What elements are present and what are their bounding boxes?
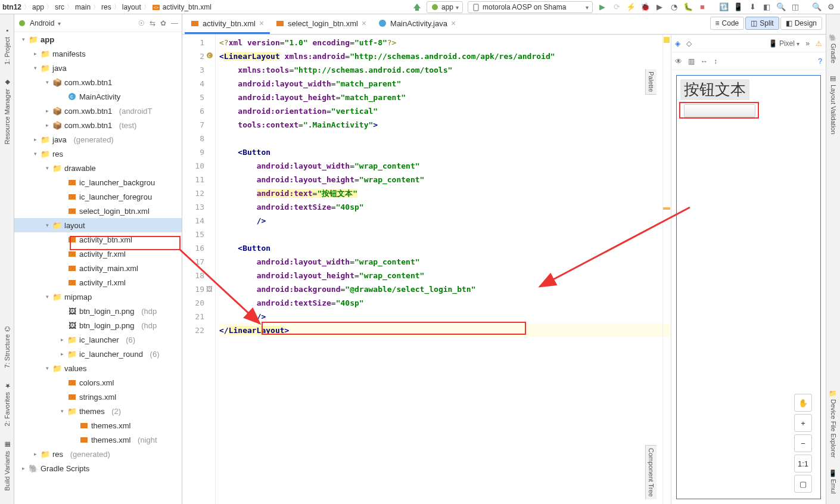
tree-ic-launcher-round[interactable]: ▸📁ic_launcher_round (6) xyxy=(14,347,182,361)
emulator-tool-tab[interactable]: 📱 Emul xyxy=(828,468,838,495)
tree-layout[interactable]: ▾📁layout xyxy=(14,218,182,232)
layout-validation-tool-tab[interactable]: ▤ Layout Validation xyxy=(828,73,838,136)
tree-res-gen[interactable]: ▸📁res (generated) xyxy=(14,447,182,461)
breadcrumb-item[interactable]: main xyxy=(75,3,91,11)
project-tree[interactable]: ▾📁app ▸📁manifests ▾📁java ▾📦com.xwb.btn1 … xyxy=(14,32,182,504)
app-inspection-button[interactable]: ◫ xyxy=(789,1,802,13)
sync-gradle-button[interactable]: 🔃 xyxy=(717,1,730,13)
component-tree-tool-tab[interactable]: Component Tree xyxy=(645,445,657,499)
code-content[interactable]: <?xml version="1.0" encoding="utf-8"?> <… xyxy=(216,35,671,504)
tree-mipmap[interactable]: ▾📁mipmap xyxy=(14,290,182,304)
preview-button-2[interactable] xyxy=(684,104,755,117)
resource-manager-tool-tab[interactable]: Resource Manager ◆ xyxy=(2,77,12,146)
project-settings-icon[interactable]: ✿ xyxy=(160,19,166,27)
device-preview-selector[interactable]: 📱 Pixel xyxy=(769,39,800,48)
project-hide-icon[interactable]: — xyxy=(171,19,178,27)
project-collapse-icon[interactable]: ⇆ xyxy=(150,19,155,27)
project-scope-icon[interactable]: ☉ xyxy=(138,19,145,27)
structure-tool-tab[interactable]: 7: Structure ⌬ xyxy=(2,325,12,369)
tab-close-icon[interactable]: × xyxy=(451,18,456,28)
tree-package-androidtest[interactable]: ▸📦com.xwb.btn1 (test) xyxy=(14,118,182,132)
layout-inspector-button[interactable]: 🔍 xyxy=(774,1,788,13)
breadcrumb-item[interactable]: src xyxy=(55,3,64,11)
device-file-explorer-tool-tab[interactable]: 📁 Device File Explorer xyxy=(828,388,838,459)
design-mode-button[interactable]: ◧ Design xyxy=(780,17,822,30)
orientation-icon[interactable]: ◇ xyxy=(686,39,692,48)
tree-manifests[interactable]: ▸📁manifests xyxy=(14,46,182,61)
preview-warning-icon[interactable]: ⚠ xyxy=(816,39,822,48)
tree-java-gen[interactable]: ▸📁java (generated) xyxy=(14,132,182,147)
project-tool-tab[interactable]: 1: Project ▪ xyxy=(2,26,12,66)
gradle-tool-tab[interactable]: 🐘 Gradle xyxy=(828,32,838,64)
profile-button[interactable]: ◔ xyxy=(667,1,680,13)
make-project-button[interactable] xyxy=(410,1,424,13)
project-view-mode[interactable]: Android xyxy=(30,19,54,27)
tree-package-test[interactable]: ▸📦com.xwb.btn1 (androidT xyxy=(14,104,182,118)
view-options-icon[interactable]: 👁 xyxy=(675,57,682,66)
pan-button[interactable]: ✋ xyxy=(794,394,812,412)
zoom-out-button[interactable]: − xyxy=(794,434,812,452)
split-mode-button[interactable]: ◫ Split xyxy=(745,17,779,30)
tree-package[interactable]: ▾📦com.xwb.btn1 xyxy=(14,75,182,89)
pan-v-icon[interactable]: ↕ xyxy=(714,57,717,66)
tab-mainactivity[interactable]: MainActivity.java× xyxy=(372,14,462,34)
code-mode-button[interactable]: ≡ Code xyxy=(710,17,745,30)
tree-file-activity-rl[interactable]: activity_rl.xml xyxy=(14,275,182,290)
breadcrumb-file[interactable]: activity_btn.xml xyxy=(163,3,211,11)
tree-mainactivity[interactable]: cMainActivity xyxy=(14,89,182,104)
attach-debugger-button[interactable]: 🐛 xyxy=(682,1,695,13)
tree-file-activity-btn[interactable]: activity_btn.xml xyxy=(14,232,182,247)
settings-button[interactable]: ⚙ xyxy=(825,1,838,13)
tree-drawable[interactable]: ▾📁drawable xyxy=(14,161,182,175)
zoom-fit-screen-button[interactable]: ▢ xyxy=(794,475,812,493)
warning-marker-icon[interactable] xyxy=(664,37,670,43)
tree-res[interactable]: ▾📁res xyxy=(14,147,182,161)
build-variants-tool-tab[interactable]: Build Variants ▦ xyxy=(2,440,12,492)
debug-button[interactable]: 🐞 xyxy=(639,1,652,13)
breadcrumb-item[interactable]: layout xyxy=(122,3,141,11)
breadcrumb-item[interactable]: res xyxy=(101,3,111,11)
breadcrumb-item[interactable]: app xyxy=(32,3,44,11)
preview-help-icon[interactable]: ? xyxy=(818,57,822,66)
apply-code-button[interactable]: ⚡ xyxy=(624,1,637,13)
tree-file-activity-main[interactable]: activity_main.xml xyxy=(14,261,182,275)
more-preview-icon[interactable]: » xyxy=(805,39,810,48)
tree-values[interactable]: ▾📁values xyxy=(14,361,182,375)
zoom-fit-button[interactable]: 1:1 xyxy=(794,455,812,472)
run-button[interactable]: ▶ xyxy=(596,1,609,13)
coverage-button[interactable]: ▶ xyxy=(653,1,666,13)
tree-java[interactable]: ▾📁java xyxy=(14,61,182,75)
tree-file-activity-fr[interactable]: activity_fr.xml xyxy=(14,247,182,261)
run-config-selector[interactable]: app xyxy=(427,1,463,13)
tree-themes-dir[interactable]: ▾📁themes (2) xyxy=(14,404,182,418)
avd-manager-button[interactable]: 📱 xyxy=(732,1,745,13)
tab-activity-btn[interactable]: activity_btn.xml× xyxy=(185,14,270,34)
device-selector[interactable]: motorola AOSP on Shama xyxy=(468,1,593,13)
tree-gradle-scripts[interactable]: ▸🐘Gradle Scripts xyxy=(14,461,182,475)
code-editor[interactable]: 12345678910111213141516171819202122c🖼 <?… xyxy=(182,35,671,504)
tree-file-ic-bg[interactable]: ic_launcher_backgrou xyxy=(14,175,182,189)
tree-app-module[interactable]: ▾📁app xyxy=(14,32,182,46)
apply-changes-button[interactable]: ⟳ xyxy=(610,1,623,13)
tree-file-btn-login-n[interactable]: 🖼btn_login_n.png (hdp xyxy=(14,304,182,318)
preview-button-1[interactable]: 按钮文本 xyxy=(680,79,749,100)
tree-file-select-login-btn[interactable]: select_login_btn.xml xyxy=(14,204,182,218)
tree-colors[interactable]: colors.xml xyxy=(14,375,182,390)
search-button[interactable]: 🔍 xyxy=(810,1,823,13)
tab-select-login-btn[interactable]: select_login_btn.xml× xyxy=(270,14,372,34)
zoom-in-button[interactable]: + xyxy=(794,414,812,432)
editor-marker-bar[interactable] xyxy=(662,35,671,504)
tree-strings[interactable]: strings.xml xyxy=(14,390,182,404)
blueprint-icon[interactable]: ▥ xyxy=(688,57,695,66)
resource-manager-button[interactable]: ◧ xyxy=(760,1,773,13)
palette-tool-tab[interactable]: Palette xyxy=(645,69,657,95)
tab-close-icon[interactable]: × xyxy=(259,18,264,28)
surface-icon[interactable]: ◈ xyxy=(675,39,680,48)
tree-file-btn-login-p[interactable]: 🖼btn_login_p.png (hdp xyxy=(14,318,182,332)
tree-themes-1[interactable]: themes.xml xyxy=(14,418,182,433)
device-frame[interactable]: 按钮文本 ✋ + − 1:1 ▢ xyxy=(676,75,821,499)
tab-close-icon[interactable]: × xyxy=(362,18,366,28)
breadcrumb-root[interactable]: btn12 xyxy=(2,3,21,11)
favorites-tool-tab[interactable]: 2: Favorites ★ xyxy=(2,381,12,427)
warning-line-marker[interactable] xyxy=(663,207,670,210)
